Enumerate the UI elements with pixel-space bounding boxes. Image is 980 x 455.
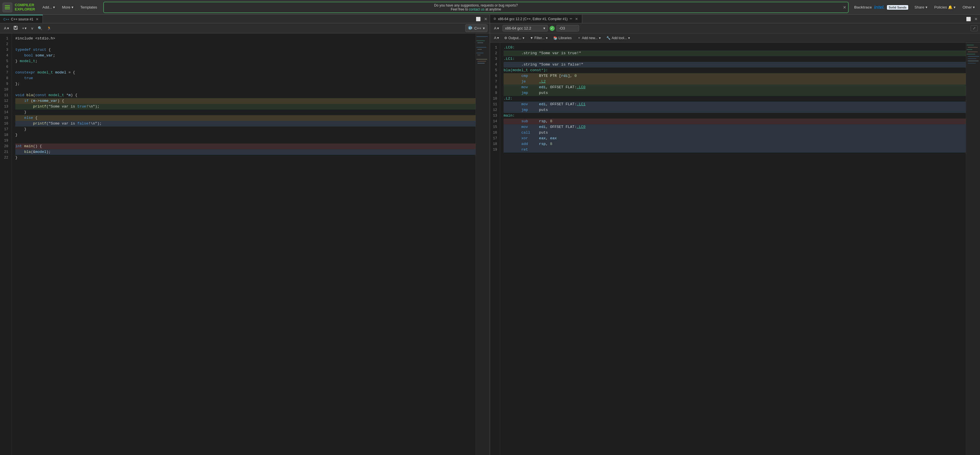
svg-rect-17 xyxy=(477,63,485,64)
line-number: 21 xyxy=(0,149,8,155)
wrench-icon: 🔧 xyxy=(606,36,611,40)
other-button[interactable]: Other ▾ xyxy=(959,3,978,11)
svg-rect-12 xyxy=(477,49,482,49)
compiler-font-button[interactable]: A ▾ xyxy=(492,25,501,32)
asm-line: call puts xyxy=(504,130,966,135)
asm-line-number: 2 xyxy=(490,51,497,56)
svg-rect-20 xyxy=(967,49,972,50)
svg-rect-13 xyxy=(476,53,484,53)
line-number: 11 xyxy=(0,92,8,98)
add-button[interactable]: + ▾ xyxy=(21,25,29,32)
code-line: true xyxy=(15,75,476,81)
filter-button[interactable]: ▼ Filter... ▾ xyxy=(528,35,550,41)
asm-line-number: 15 xyxy=(490,124,497,130)
compiler-tab-close-button[interactable]: ✕ xyxy=(574,17,579,21)
svg-rect-1 xyxy=(5,7,10,8)
code-editor[interactable]: 12345678910111213141516171819202122 #inc… xyxy=(0,33,490,455)
editor-area: C++ C++ source #1 ✕ ⬜ ✕ A ▾ xyxy=(0,15,980,455)
code-line xyxy=(15,41,476,47)
line-number: 3 xyxy=(0,47,8,53)
code-content[interactable]: #include <stdio.h> typedef struct { bool… xyxy=(12,33,476,455)
libraries-button[interactable]: 📚 Libraries xyxy=(551,35,574,41)
asm-minimap xyxy=(966,43,980,455)
svg-rect-19 xyxy=(968,47,978,48)
code-line: else { xyxy=(15,115,476,121)
editor-toolbar: A ▾ + ▾ v 🔍 xyxy=(0,23,490,33)
compiler-minimize-button[interactable]: ⬜ xyxy=(965,16,972,22)
line-number: 17 xyxy=(0,127,8,132)
add-new-button[interactable]: ＋ Add new... ▾ xyxy=(575,35,603,41)
line-number: 2 xyxy=(0,41,8,47)
asm-content[interactable]: .LC0: .string "Some var is true!".LC1: .… xyxy=(500,43,966,455)
run-button[interactable]: 🏃 xyxy=(45,25,53,32)
compiler-tab[interactable]: ⚙ x86-64 gcc 12.2 (C++, Editor #1, Compi… xyxy=(490,15,582,23)
code-line xyxy=(15,64,476,70)
code-line: bool some_var; xyxy=(15,53,476,59)
right-panel: ⚙ x86-64 gcc 12.2 (C++, Editor #1, Compi… xyxy=(490,15,980,455)
svg-rect-14 xyxy=(477,55,480,55)
source-tab[interactable]: C++ C++ source #1 ✕ xyxy=(0,15,43,23)
more-menu-button[interactable]: More ▾ xyxy=(59,3,76,11)
asm-line: .LC1: xyxy=(504,56,966,62)
output-toolbar: A ▾ ⚙ Output... ▾ ▼ Filter... ▾ 📚 Librar… xyxy=(490,33,980,43)
source-tab-actions: ⬜ ✕ xyxy=(475,16,490,22)
line-number: 5 xyxy=(0,59,8,64)
svg-rect-2 xyxy=(5,8,10,10)
asm-line-number: 5 xyxy=(490,67,497,73)
notification-close-button[interactable]: ✕ xyxy=(843,5,846,10)
svg-rect-23 xyxy=(968,56,979,57)
optimization-flags-input[interactable] xyxy=(557,25,579,32)
asm-line-number: 8 xyxy=(490,84,497,90)
asm-line-number: 14 xyxy=(490,119,497,124)
line-number: 8 xyxy=(0,75,8,81)
line-number: 22 xyxy=(0,155,8,161)
compiler-close-button[interactable]: ✕ xyxy=(973,16,979,22)
code-line: } xyxy=(15,155,476,161)
svg-rect-9 xyxy=(476,41,485,41)
code-line: } xyxy=(15,132,476,138)
line-number: 1 xyxy=(0,36,8,41)
logo[interactable]: COMPILER EXPLORER xyxy=(2,2,35,13)
v-button[interactable]: v xyxy=(30,25,35,32)
sponsor-intel: intel. xyxy=(874,5,885,10)
book-icon: 📚 xyxy=(553,36,558,40)
code-line xyxy=(15,87,476,92)
language-selector[interactable]: C++ C++ ▾ xyxy=(465,24,487,32)
output-button[interactable]: ⚙ Output... ▾ xyxy=(502,35,527,41)
asm-line: jmp puts xyxy=(504,107,966,113)
svg-rect-8 xyxy=(476,36,488,37)
minimap xyxy=(476,33,490,455)
line-number: 20 xyxy=(0,143,8,149)
source-minimize-button[interactable]: ⬜ xyxy=(475,16,482,22)
nav-right: Share ▾ Policies 🔔 ▾ Other ▾ xyxy=(912,3,978,11)
code-line: typedef struct { xyxy=(15,47,476,53)
share-button[interactable]: Share ▾ xyxy=(912,3,930,11)
svg-rect-21 xyxy=(968,52,978,52)
font-size-button[interactable]: A ▾ xyxy=(2,25,11,32)
line-number: 4 xyxy=(0,53,8,59)
svg-rect-26 xyxy=(968,63,976,64)
source-tab-close-button[interactable]: ✕ xyxy=(35,17,39,21)
line-number: 18 xyxy=(0,132,8,138)
contact-us-link[interactable]: contact us xyxy=(469,7,485,11)
expand-button[interactable]: ⤢ xyxy=(970,25,978,31)
compiler-toolbar: A ▾ x86-64 gcc 12.2 ▾ ✓ ⤢ xyxy=(490,23,980,33)
svg-rect-16 xyxy=(477,61,486,62)
compiler-tab-edit-button[interactable]: ✏ xyxy=(569,17,573,21)
search-button[interactable]: 🔍 xyxy=(36,25,44,32)
save-button[interactable] xyxy=(12,25,19,32)
templates-button[interactable]: Templates xyxy=(78,3,100,11)
line-number: 16 xyxy=(0,121,8,127)
policies-button[interactable]: Policies 🔔 ▾ xyxy=(931,3,959,11)
add-menu-button[interactable]: Add... ▾ xyxy=(40,3,58,11)
asm-output[interactable]: 12345678910111213141516171819 .LC0: .str… xyxy=(490,43,980,455)
line-number: 9 xyxy=(0,81,8,87)
add-tool-button[interactable]: 🔧 Add tool... ▾ xyxy=(604,35,632,41)
code-line: } xyxy=(15,127,476,132)
svg-text:C++: C++ xyxy=(469,27,473,30)
compiler-selector[interactable]: x86-64 gcc 12.2 ▾ xyxy=(503,25,548,32)
gear-icon: ⚙ xyxy=(504,36,507,40)
asm-line-number: 7 xyxy=(490,79,497,84)
source-close-button[interactable]: ✕ xyxy=(483,16,488,22)
output-font-button[interactable]: A ▾ xyxy=(492,35,501,41)
